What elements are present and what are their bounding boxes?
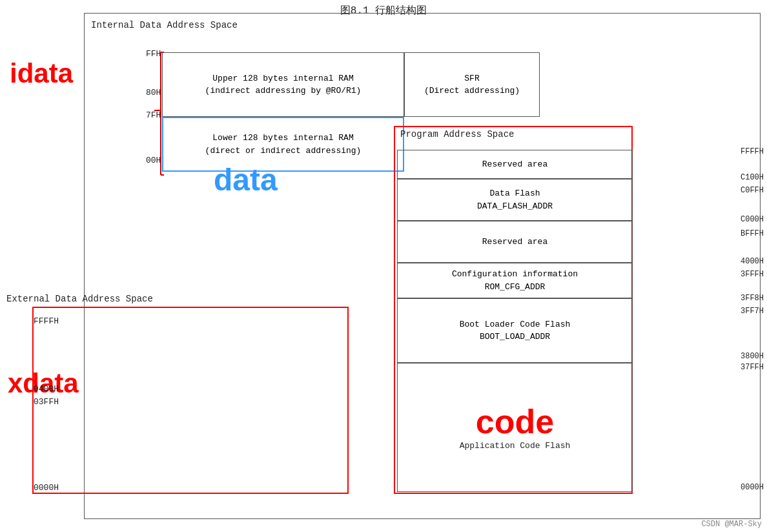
prog-reserved1-text: Reserved area — [482, 159, 547, 169]
sfr-text: SFR(Direct addressing) — [424, 72, 520, 97]
prog-addr-c000h: C000H — [741, 215, 764, 224]
internal-label: Internal Data Address Space — [91, 20, 238, 30]
prog-addr-4000h: 4000H — [741, 257, 764, 266]
data-label: data — [214, 162, 278, 198]
prog-reserved2: Reserved area — [397, 221, 633, 263]
prog-reserved2-text: Reserved area — [482, 237, 547, 247]
prog-data-flash: Data FlashDATA_FLASH_ADDR — [397, 179, 633, 221]
idata-label: idata — [10, 58, 73, 89]
prog-config-text: Configuration informationROM_CFG_ADDR — [452, 268, 578, 293]
sfr-box: SFR(Direct addressing) — [404, 52, 540, 117]
prog-addr-c100h: C100H — [741, 173, 764, 182]
prog-data-flash-text: Data FlashDATA_FLASH_ADDR — [477, 187, 553, 212]
prog-app-code: code Application Code Flash — [397, 363, 633, 492]
prog-addr-3fffh: 3FFFH — [741, 270, 764, 279]
app-code-text: Application Code Flash — [460, 441, 571, 451]
prog-config: Configuration informationROM_CFG_ADDR — [397, 263, 633, 298]
prog-addr-3ff7h: 3FF7H — [741, 307, 764, 316]
prog-bootloader-text: Boot Loader Code FlashBOOT_LOAD_ADDR — [460, 318, 571, 343]
prog-bootloader: Boot Loader Code FlashBOOT_LOAD_ADDR — [397, 298, 633, 363]
prog-addr-c0ffh: C0FFH — [741, 186, 764, 195]
prog-addr-0000h: 0000H — [741, 483, 764, 492]
prog-addr-3ff8h: 3FF8H — [741, 294, 764, 303]
prog-addr-ffffh: FFFFH — [741, 147, 764, 156]
code-label: code — [476, 405, 554, 438]
prog-addr-37ffh: 37FFH — [741, 363, 764, 372]
prog-addr-3800h: 3800H — [741, 352, 764, 361]
lower-ram-box: Lower 128 bytes internal RAM(direct or i… — [162, 117, 404, 172]
prog-addr-bfffh: BFFFH — [741, 229, 764, 238]
upper-ram-box: Upper 128 bytes internal RAM(indirect ad… — [162, 52, 404, 117]
upper-ram-text: Upper 128 bytes internal RAM(indirect ad… — [205, 72, 362, 97]
watermark: CSDN @MAR-Sky — [701, 520, 762, 529]
external-label: External Data Address Space — [6, 294, 153, 304]
lower-ram-text: Lower 128 bytes internal RAM(direct or i… — [205, 132, 362, 157]
prog-reserved1: Reserved area — [397, 150, 633, 179]
external-box: Reserved area @xdata 1KB on-chip expande… — [32, 307, 349, 494]
